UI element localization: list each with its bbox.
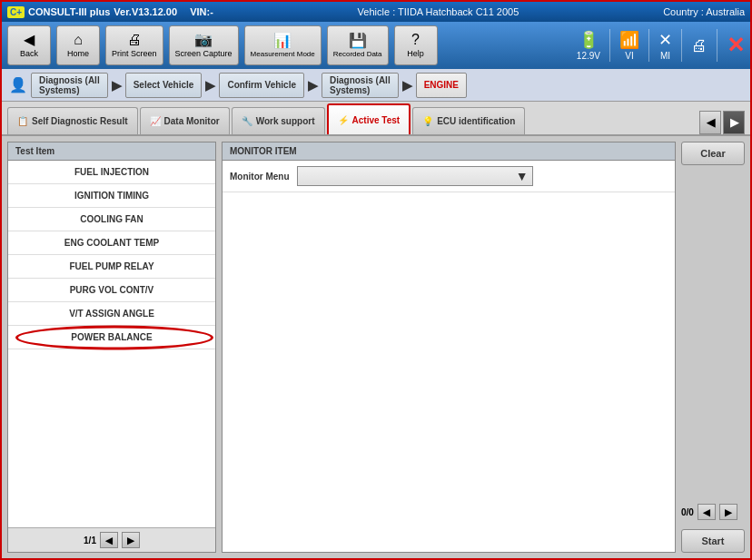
monitor-menu-label: Monitor Menu [230, 172, 290, 182]
tab-data-monitor[interactable]: 📈 Data Monitor [140, 107, 230, 134]
print-screen-button[interactable]: 🖨 Print Screen [105, 25, 163, 65]
test-item-power-balance[interactable]: POWER BALANCE [8, 326, 215, 349]
monitor-menu-row: Monitor Menu ▼ [223, 161, 675, 192]
content-row: Test Item FUEL INJECTION IGNITION TIMING… [7, 142, 745, 553]
recorded-icon: 💾 [349, 34, 367, 48]
right-prev-btn[interactable]: ◀ [698, 504, 716, 520]
monitor-panel-header: MONITOR ITEM [223, 142, 675, 161]
mi-status: ✕ MI [658, 30, 672, 61]
measurement-label: Measurement Mode [251, 50, 315, 58]
mi-icon: ✕ [658, 30, 672, 50]
breadcrumb-diag-all-2-label: Diagnosis (AllSystems) [330, 75, 391, 95]
test-item-fuel-pump-relay[interactable]: FUEL PUMP RELAY [8, 255, 215, 279]
battery-icon: 🔋 [579, 30, 599, 50]
app-name: CONSULT-III plus [28, 6, 110, 17]
monitor-menu-dropdown[interactable]: ▼ [297, 166, 533, 186]
print-icon: 🖨 [127, 33, 142, 47]
diag-icon: 👤 [9, 76, 27, 93]
back-icon: ◀ [24, 33, 35, 47]
breadcrumb-diag-all-label: Diagnosis (AllSystems) [39, 75, 100, 95]
home-icon: ⌂ [74, 33, 83, 47]
breadcrumb-arrow-2: ▶ [205, 78, 215, 93]
vin-label: VIN:- [190, 6, 213, 17]
monitor-panel: MONITOR ITEM Monitor Menu ▼ [222, 142, 676, 553]
breadcrumb-item-diag-all-2[interactable]: Diagnosis (AllSystems) [322, 73, 399, 98]
breadcrumb-item-confirm-vehicle[interactable]: Confirm Vehicle [219, 73, 304, 98]
test-item-cooling-fan[interactable]: COOLING FAN [8, 208, 215, 231]
tab-active-test[interactable]: ⚡ Active Test [327, 103, 411, 134]
app-wrapper: C+ CONSULT-III plus Ver.V13.12.00 VIN:- … [0, 0, 752, 560]
right-col: Clear 0/0 ◀ ▶ Start [681, 142, 745, 553]
main-content: Test Item FUEL INJECTION IGNITION TIMING… [2, 136, 750, 558]
close-button[interactable]: ✕ [727, 33, 745, 58]
measurement-mode-button[interactable]: 📊 Measurement Mode [244, 25, 322, 65]
breadcrumb: 👤 Diagnosis (AllSystems) ▶ Select Vehicl… [2, 69, 750, 102]
vi-icon: 📶 [619, 30, 639, 50]
app-logo: C+ [7, 6, 25, 18]
battery-value: 12.9V [577, 51, 600, 61]
tab-ecu-identification[interactable]: 💡 ECU identification [412, 107, 525, 134]
status-icons: 🔋 12.9V 📶 VI ✕ MI 🖨 ✕ [577, 29, 745, 62]
tab-self-diagnostic[interactable]: 📋 Self Diagnostic Result [7, 107, 138, 134]
title-bar: C+ CONSULT-III plus Ver.V13.12.00 VIN:- … [2, 2, 750, 22]
monitor-content-area [223, 192, 675, 552]
title-bar-left: C+ CONSULT-III plus Ver.V13.12.00 VIN:- [7, 6, 213, 18]
tab-prev-button[interactable]: ◀ [699, 111, 721, 134]
breadcrumb-item-diag-all[interactable]: Diagnosis (AllSystems) [31, 73, 108, 98]
home-label: Home [67, 49, 89, 58]
test-item-purg-vol-contv[interactable]: PURG VOL CONT/V [8, 279, 215, 302]
back-button[interactable]: ◀ Back [7, 25, 51, 65]
right-next-btn[interactable]: ▶ [719, 504, 737, 520]
right-page-info: 0/0 [681, 507, 694, 517]
breadcrumb-arrow-4: ▶ [402, 78, 412, 93]
breadcrumb-arrow-3: ▶ [308, 78, 318, 93]
printer-status: 🖨 [691, 36, 707, 55]
left-next-btn[interactable]: ▶ [122, 532, 140, 548]
left-pagination: 1/1 ◀ ▶ [8, 527, 215, 552]
tab-work-support-icon: 🔧 [242, 116, 252, 126]
back-label: Back [20, 49, 38, 58]
recorded-label: Recorded Data [333, 50, 382, 58]
left-page-info: 1/1 [84, 535, 96, 545]
test-item-header: Test Item [8, 142, 215, 161]
test-item-ignition-timing[interactable]: IGNITION TIMING [8, 184, 215, 208]
screen-capture-button[interactable]: 📷 Screen Capture [169, 25, 239, 65]
capture-label: Screen Capture [175, 49, 233, 58]
test-item-fuel-injection[interactable]: FUEL INJECTION [8, 161, 215, 184]
clear-button[interactable]: Clear [681, 142, 745, 165]
tab-active-test-label: Active Test [352, 115, 401, 125]
camera-icon: 📷 [194, 33, 213, 47]
recorded-data-button[interactable]: 💾 Recorded Data [327, 25, 389, 65]
tab-work-support[interactable]: 🔧 Work support [232, 107, 325, 134]
measurement-icon: 📊 [273, 34, 292, 48]
tab-ecu-id-label: ECU identification [437, 116, 515, 126]
breadcrumb-arrow-1: ▶ [112, 78, 122, 93]
country-info: Country : Australia [663, 6, 745, 17]
breadcrumb-engine-label: ENGINE [424, 80, 459, 90]
tab-work-support-label: Work support [256, 116, 315, 126]
separator-1 [609, 29, 610, 62]
left-prev-btn[interactable]: ◀ [100, 532, 118, 548]
vi-label: VI [625, 51, 633, 61]
help-button[interactable]: ? Help [394, 25, 438, 65]
tab-self-diagnostic-icon: 📋 [17, 116, 28, 126]
separator-2 [648, 29, 649, 62]
home-button[interactable]: ⌂ Home [56, 25, 100, 65]
test-item-eng-coolant-temp[interactable]: ENG COOLANT TEMP [8, 231, 215, 255]
right-panel: MONITOR ITEM Monitor Menu ▼ Clear [222, 142, 745, 553]
tab-data-monitor-icon: 📈 [150, 116, 161, 126]
tabs-row: 📋 Self Diagnostic Result 📈 Data Monitor … [2, 102, 750, 136]
start-button[interactable]: Start [681, 529, 745, 553]
test-item-vt-assign-angle[interactable]: V/T ASSIGN ANGLE [8, 302, 215, 326]
print-label: Print Screen [112, 49, 157, 58]
vi-status: 📶 VI [619, 30, 639, 61]
vehicle-info: Vehicle : TIIDA Hatchback C11 2005 [358, 6, 519, 17]
tab-next-button[interactable]: ▶ [723, 111, 745, 134]
breadcrumb-item-engine[interactable]: ENGINE [416, 73, 467, 98]
left-panel: Test Item FUEL INJECTION IGNITION TIMING… [7, 142, 216, 553]
separator-3 [681, 29, 682, 62]
breadcrumb-item-select-vehicle[interactable]: Select Vehicle [125, 73, 203, 98]
mi-label: MI [660, 51, 670, 61]
toolbar: ◀ Back ⌂ Home 🖨 Print Screen 📷 Screen Ca… [2, 22, 750, 69]
tab-self-diagnostic-label: Self Diagnostic Result [32, 116, 128, 126]
